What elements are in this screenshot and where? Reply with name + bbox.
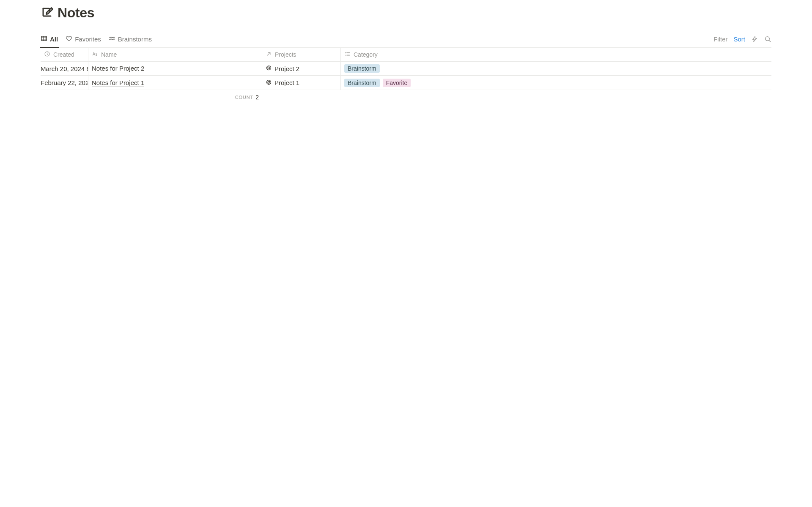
search-button[interactable]	[764, 36, 771, 43]
page-title: Notes	[58, 5, 94, 21]
tab-all[interactable]: All	[41, 31, 58, 47]
view-actions: Filter Sort	[713, 31, 771, 47]
text-aa-icon	[92, 51, 98, 58]
clock-icon	[44, 51, 50, 58]
cell-created[interactable]: March 20, 2024 8	[41, 62, 88, 75]
column-projects[interactable]: Projects	[262, 48, 341, 61]
column-label: Created	[53, 51, 74, 58]
table-header: Created Name Projects Category	[41, 48, 771, 62]
tag-list: Brainstorm	[344, 64, 380, 73]
page-title-row: Notes	[41, 0, 771, 21]
tag-list: BrainstormFavorite	[344, 79, 411, 87]
target-icon	[266, 79, 272, 87]
tab-label: All	[50, 36, 58, 43]
column-label: Name	[101, 51, 117, 58]
cell-created[interactable]: February 22, 202	[41, 76, 88, 90]
column-created[interactable]: Created	[41, 48, 88, 61]
database-table: Created Name Projects Category March 20,…	[41, 48, 771, 90]
table-row[interactable]: February 22, 202Notes for Project 1Proje…	[41, 76, 771, 90]
list-icon	[344, 51, 351, 58]
sort-button[interactable]: Sort	[733, 36, 745, 43]
tab-favorites[interactable]: Favorites	[66, 31, 101, 47]
tag: Brainstorm	[344, 79, 380, 87]
automations-button[interactable]	[751, 36, 758, 43]
tab-brainstorms[interactable]: Brainstorms	[109, 31, 152, 47]
project-value: Project 1	[274, 79, 299, 86]
column-category[interactable]: Category	[341, 48, 771, 61]
view-tabs: All Favorites Brainstorms	[41, 31, 152, 47]
tab-label: Brainstorms	[118, 36, 152, 43]
name-value: Notes for Project 2	[92, 65, 144, 72]
project-link[interactable]: Project 2	[266, 65, 299, 72]
compose-icon	[41, 6, 53, 20]
cell-name[interactable]: Notes for Project 1	[88, 76, 262, 90]
table-row[interactable]: March 20, 2024 8Notes for Project 2Proje…	[41, 62, 771, 76]
column-label: Projects	[275, 51, 296, 58]
cell-name[interactable]: Notes for Project 2	[88, 62, 262, 75]
cell-projects[interactable]: Project 2	[262, 62, 341, 75]
column-label: Category	[354, 51, 378, 58]
cell-projects[interactable]: Project 1	[262, 76, 341, 90]
name-value: Notes for Project 1	[92, 79, 144, 87]
aquarius-icon	[109, 35, 115, 43]
footer-label: Count	[235, 95, 254, 100]
project-link[interactable]: Project 1	[266, 79, 299, 87]
filter-button[interactable]: Filter	[713, 36, 727, 43]
cell-category[interactable]: Brainstorm	[341, 62, 771, 75]
target-icon	[266, 65, 272, 72]
project-value: Project 2	[274, 65, 299, 72]
created-value: February 22, 202	[41, 79, 88, 86]
tag: Brainstorm	[344, 64, 380, 73]
table-body: March 20, 2024 8Notes for Project 2Proje…	[41, 62, 771, 90]
created-value: March 20, 2024 8	[41, 65, 88, 72]
tag: Favorite	[383, 79, 411, 87]
view-tabs-bar: All Favorites Brainstorms Filter Sort	[41, 31, 771, 48]
heart-icon	[66, 35, 72, 43]
arrow-ne-icon	[266, 51, 272, 58]
table-icon	[41, 35, 47, 43]
tab-label: Favorites	[75, 36, 101, 43]
footer-count: 2	[255, 94, 259, 101]
table-footer: Count 2	[41, 90, 771, 104]
cell-category[interactable]: BrainstormFavorite	[341, 76, 771, 90]
column-name[interactable]: Name	[88, 48, 262, 61]
